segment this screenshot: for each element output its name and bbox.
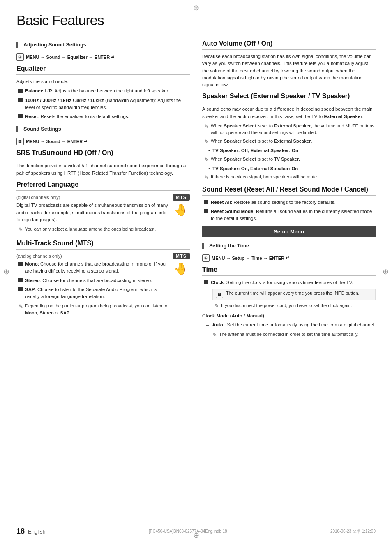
speaker-select-heading: Speaker Select (External Speaker / TV Sp…: [202, 92, 376, 100]
date-info: 2010-06-23 오후 1:12:00: [330, 529, 376, 534]
time-list: Clock: Setting the clock is for using va…: [204, 279, 376, 286]
item-text: Reset All: Restore all sound settings to…: [211, 199, 336, 206]
divider6: [202, 102, 376, 102]
note-icon6: ✎: [204, 173, 209, 182]
square-bullet: [18, 114, 23, 118]
note-text: You can only select a language among the…: [25, 226, 156, 234]
srs-desc: This function provides a virtual 5.1 cha…: [16, 162, 190, 177]
item-text: Stereo: Choose for channels that are bro…: [25, 277, 152, 284]
left-column: Adjusting Sound Settings ⊞ MENU → Sound …: [16, 36, 190, 340]
speaker-note3: ✎ When Speaker Select is set to TV Speak…: [204, 156, 376, 164]
info-note: ⊞ The current time will appear every tim…: [212, 289, 376, 300]
square-bullet: [18, 98, 23, 102]
list-item: Clock: Setting the clock is for using va…: [204, 279, 376, 286]
divider3: [16, 190, 190, 191]
list-item: Stereo: Choose for channels that are bro…: [18, 277, 168, 284]
section2-label: Sound Settings: [23, 126, 61, 132]
auto-note: ✎ The antenna must be connected in order…: [212, 331, 376, 339]
menu-path-text2: MENU → Sound → ENTER: [26, 139, 83, 144]
item-text: SAP: Choose to listen to the Separate Au…: [25, 286, 168, 300]
auto-note-text: The antenna must be connected in order t…: [219, 331, 359, 339]
menu-path-time: ⊞ MENU → Setup → Time → ENTER ↵: [202, 254, 376, 262]
square-bullet: [204, 200, 208, 204]
analog-only: (analog channels only): [16, 253, 168, 260]
list-item: Reset All: Restore all sound settings to…: [204, 199, 376, 206]
preferred-lang-desc: Digital-TV broadcasts are capable of sim…: [16, 202, 168, 223]
square-bullet: [204, 209, 208, 213]
srs-heading: SRS TruSurround HD (Off / On): [16, 149, 190, 157]
square-bullet: [18, 262, 23, 266]
item-text: Clock: Setting the clock is for using va…: [211, 279, 353, 286]
page-number: 18: [16, 527, 25, 535]
item-text: Balance L/R: Adjusts the balance between…: [25, 88, 169, 95]
clock-mode-heading: Clock Mode (Auto / Manual): [202, 312, 376, 319]
item-text: Reset Sound Mode: Returns all sound valu…: [211, 208, 376, 222]
page-lang: English: [28, 529, 46, 535]
menu-icon: ⊞: [16, 53, 24, 61]
equalizer-desc: Adjusts the sound mode.: [16, 78, 190, 85]
divider8: [202, 275, 376, 276]
divider2: [16, 159, 190, 159]
preferred-lang-note: ✎ You can only select a language among t…: [18, 226, 168, 234]
section3-label: Setting the Time: [209, 243, 249, 249]
setting-time-heading: Setting the Time: [202, 243, 376, 251]
mts-container: (analog channels only) Mono: Choose for …: [16, 253, 190, 318]
hand-icon: 🤚: [174, 203, 188, 217]
square-bullet: [18, 287, 23, 291]
enter-icon2: ↵: [84, 139, 88, 144]
speaker-bullet2: TV Speaker: On, External Speaker: On: [208, 165, 376, 172]
hand-icon2: 🤚: [174, 262, 188, 275]
adjusting-sound-heading: Adjusting Sound Settings: [16, 42, 190, 50]
note-icon: ✎: [18, 226, 23, 234]
mts-badge-preferred: MTS 🤚: [173, 194, 190, 217]
divider5: [202, 49, 376, 50]
crosshair-top: ⊕: [193, 3, 199, 12]
note-text3: When Speaker Select is set to External S…: [211, 138, 312, 146]
square-bullet: [18, 89, 23, 93]
note-icon8: ✎: [212, 331, 217, 339]
setup-menu-bar: Setup Menu: [202, 226, 376, 237]
menu-path-text3: MENU → Setup → Time → ENTER: [212, 256, 284, 261]
mts-label: MTS: [173, 194, 190, 201]
info-note-text: The current time will appear every time …: [226, 291, 360, 296]
note-text6: If you disconnect the power cord, you ha…: [221, 302, 352, 310]
menu-icon2: ⊞: [16, 138, 24, 145]
divider4: [16, 249, 190, 250]
auto-text: – Auto : Set the current time automatica…: [206, 321, 376, 328]
speaker-bullet1: TV Speaker: Off, External Speaker: On: [208, 147, 376, 154]
sound-reset-heading: Sound Reset (Reset All / Reset Sound Mod…: [202, 186, 376, 193]
info-icon: ⊞: [216, 291, 223, 298]
file-info: [PC450-USA]BN68-02577A-04Eng.indb 18: [149, 529, 227, 534]
crosshair-left: ⊕: [3, 267, 9, 276]
speaker-select-desc: A sound echo may occur due to a differen…: [202, 106, 376, 120]
note-icon5: ✎: [204, 156, 209, 164]
dash-icon: –: [206, 322, 209, 327]
divider: [16, 74, 190, 75]
mts-badge-mts: MTS 🤚: [173, 253, 190, 275]
crosshair-right: ⊕: [383, 267, 389, 276]
auto-item: – Auto : Set the current time automatica…: [206, 321, 376, 339]
sound-settings-heading: Sound Settings: [16, 126, 190, 134]
digital-only: (digital channels only): [16, 194, 168, 201]
list-item: SAP: Choose to listen to the Separate Au…: [18, 286, 168, 300]
item-text: Mono: Choose for channels that are broad…: [25, 261, 168, 275]
list-item: Balance L/R: Adjusts the balance between…: [18, 88, 190, 95]
menu-path-sound: ⊞ MENU → Sound → ENTER ↵: [16, 138, 190, 145]
right-column: Auto Volume (Off / On) Because each broa…: [202, 36, 376, 340]
mts-text: (analog channels only) Mono: Choose for …: [16, 253, 168, 318]
mts-note-text: Depending on the particular program bein…: [25, 303, 168, 316]
enter-icon3: ↵: [286, 255, 289, 261]
note-text2: When Speaker Select is set to External S…: [211, 122, 376, 136]
info-note-box: ⊞ The current time will appear every tim…: [212, 289, 376, 310]
section-bar: [16, 42, 18, 48]
menu-path-equalizer: ⊞ MENU → Sound → Equalizer → ENTER ↵: [16, 53, 190, 61]
preferred-lang-text: (digital channels only) Digital-TV broad…: [16, 194, 168, 236]
list-item: Reset: Resets the equalizer to its defau…: [18, 113, 190, 120]
two-col-layout: Adjusting Sound Settings ⊞ MENU → Sound …: [16, 36, 376, 340]
mts-list: Mono: Choose for channels that are broad…: [18, 261, 168, 300]
auto-volume-desc: Because each broadcasting station has it…: [202, 53, 376, 88]
speaker-note1: ✎ When Speaker Select is set to External…: [204, 122, 376, 136]
mts-heading-text: Multi-Track Sound (MTS): [16, 240, 94, 247]
mts-label2: MTS: [173, 253, 190, 259]
note-text4: When Speaker Select is set to TV Speaker…: [211, 156, 300, 164]
